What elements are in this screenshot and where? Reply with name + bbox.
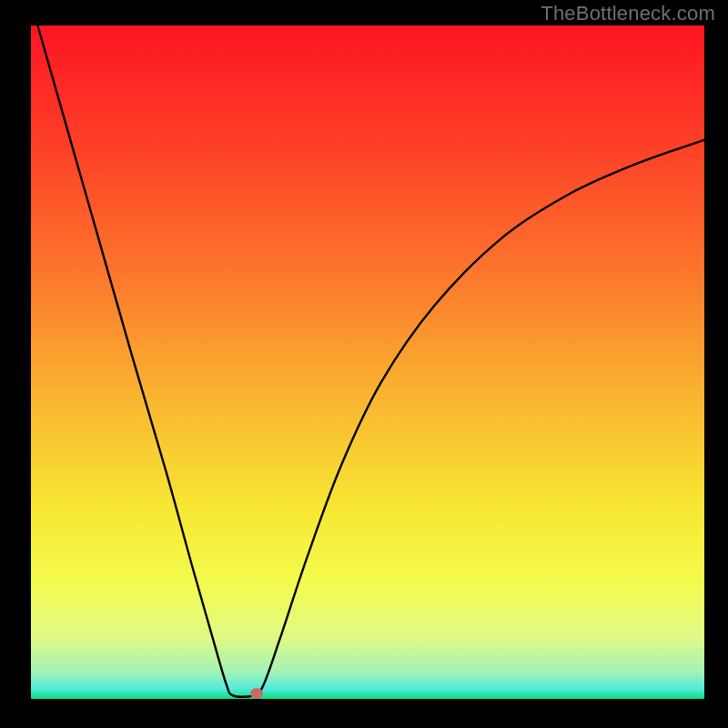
bottleneck-curve-path <box>37 25 704 697</box>
chart-frame: TheBottleneck.com <box>0 0 728 728</box>
curve-layer <box>31 25 704 699</box>
plot-area <box>31 25 704 699</box>
optimum-marker <box>250 688 263 699</box>
watermark-text: TheBottleneck.com <box>541 2 715 25</box>
